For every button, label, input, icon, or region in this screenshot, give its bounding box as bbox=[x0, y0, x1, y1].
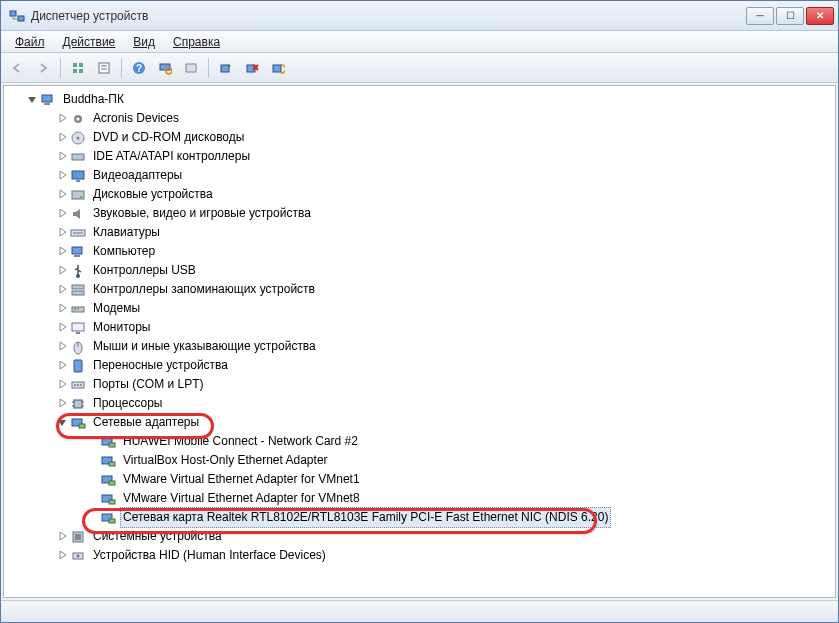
tree-category[interactable]: Мыши и иные указывающие устройства bbox=[8, 337, 835, 356]
menu-view[interactable]: Вид bbox=[125, 33, 163, 51]
category-label: Контроллеры USB bbox=[90, 260, 199, 281]
menu-file[interactable]: Файл bbox=[7, 33, 53, 51]
computer-icon bbox=[40, 92, 56, 108]
port-icon bbox=[70, 377, 86, 393]
tree-panel[interactable]: Buddha-ПКAcronis DevicesDVD и CD-ROM дис… bbox=[3, 85, 836, 598]
tree-category[interactable]: Системные устройства bbox=[8, 527, 835, 546]
expand-icon[interactable] bbox=[56, 550, 68, 562]
expand-icon[interactable] bbox=[56, 132, 68, 144]
toolbar-properties-icon[interactable] bbox=[92, 56, 116, 80]
svg-rect-32 bbox=[72, 247, 82, 254]
svg-point-34 bbox=[76, 274, 80, 278]
expand-icon[interactable] bbox=[56, 227, 68, 239]
category-label: Мониторы bbox=[90, 317, 153, 338]
expand-icon[interactable] bbox=[56, 379, 68, 391]
toolbar-uninstall-icon[interactable] bbox=[240, 56, 264, 80]
category-label: Acronis Devices bbox=[90, 108, 182, 129]
tree-category-network[interactable]: Сетевые адаптеры bbox=[8, 413, 835, 432]
svg-rect-13 bbox=[186, 64, 196, 72]
category-label: Устройства HID (Human Interface Devices) bbox=[90, 545, 329, 566]
svg-point-38 bbox=[74, 308, 76, 310]
expand-icon[interactable] bbox=[26, 94, 38, 106]
tree-category[interactable]: Acronis Devices bbox=[8, 109, 835, 128]
expand-icon[interactable] bbox=[56, 322, 68, 334]
close-button[interactable]: ✕ bbox=[806, 7, 834, 25]
svg-rect-67 bbox=[75, 534, 81, 540]
expand-icon[interactable] bbox=[56, 341, 68, 353]
expand-icon[interactable] bbox=[56, 360, 68, 372]
monitor-icon bbox=[70, 320, 86, 336]
toolbar-scan-icon[interactable] bbox=[153, 56, 177, 80]
window-title: Диспетчер устройств bbox=[31, 9, 746, 23]
tree-category[interactable]: Контроллеры USB bbox=[8, 261, 835, 280]
expand-icon[interactable] bbox=[56, 151, 68, 163]
ide-icon bbox=[70, 149, 86, 165]
toolbar-refresh-icon[interactable] bbox=[266, 56, 290, 80]
device-label: HUAWEI Mobile Connect - Network Card #2 bbox=[120, 431, 361, 452]
expand-icon[interactable] bbox=[56, 113, 68, 125]
expand-icon[interactable] bbox=[56, 189, 68, 201]
category-label: Клавиатуры bbox=[90, 222, 163, 243]
tree-category[interactable]: IDE ATA/ATAPI контроллеры bbox=[8, 147, 835, 166]
toolbar-help-icon[interactable]: ? bbox=[127, 56, 151, 80]
svg-text:?: ? bbox=[136, 63, 142, 74]
forward-button bbox=[31, 56, 55, 80]
maximize-button[interactable]: ☐ bbox=[776, 7, 804, 25]
minimize-button[interactable]: ─ bbox=[746, 7, 774, 25]
expand-icon[interactable] bbox=[56, 265, 68, 277]
tree-device[interactable]: VMware Virtual Ethernet Adapter for VMne… bbox=[8, 470, 835, 489]
network-adapter-icon bbox=[100, 453, 116, 469]
usb-icon bbox=[70, 263, 86, 279]
tree-category[interactable]: Переносные устройства bbox=[8, 356, 835, 375]
tree-category[interactable]: Контроллеры запоминающих устройств bbox=[8, 280, 835, 299]
toolbar-separator bbox=[208, 58, 209, 78]
svg-point-22 bbox=[77, 117, 80, 120]
tree-device[interactable]: VMware Virtual Ethernet Adapter for VMne… bbox=[8, 489, 835, 508]
category-label: Модемы bbox=[90, 298, 143, 319]
svg-rect-25 bbox=[72, 154, 84, 160]
toolbar-show-hidden-icon[interactable] bbox=[179, 56, 203, 80]
svg-rect-61 bbox=[109, 481, 115, 485]
tree-category[interactable]: Порты (COM и LPT) bbox=[8, 375, 835, 394]
expand-icon[interactable] bbox=[56, 398, 68, 410]
network-adapter-icon bbox=[100, 472, 116, 488]
expand-icon[interactable] bbox=[56, 208, 68, 220]
tree-category[interactable]: DVD и CD-ROM дисководы bbox=[8, 128, 835, 147]
toolbar-update-icon[interactable] bbox=[214, 56, 238, 80]
tree-category[interactable]: Клавиатуры bbox=[8, 223, 835, 242]
no-expand bbox=[86, 493, 98, 505]
tree-device[interactable]: VirtualBox Host-Only Ethernet Adapter bbox=[8, 451, 835, 470]
svg-rect-63 bbox=[109, 500, 115, 504]
statusbar bbox=[1, 600, 838, 622]
category-label: Компьютер bbox=[90, 241, 158, 262]
toolbar-grid-icon[interactable] bbox=[66, 56, 90, 80]
svg-rect-28 bbox=[72, 191, 84, 199]
expand-icon[interactable] bbox=[56, 246, 68, 258]
no-expand bbox=[86, 455, 98, 467]
tree-category[interactable]: Звуковые, видео и игровые устройства bbox=[8, 204, 835, 223]
menu-help[interactable]: Справка bbox=[165, 33, 228, 51]
menu-action[interactable]: Действие bbox=[55, 33, 124, 51]
portable-icon bbox=[70, 358, 86, 374]
tree-category[interactable]: Устройства HID (Human Interface Devices) bbox=[8, 546, 835, 565]
tree-category[interactable]: Процессоры bbox=[8, 394, 835, 413]
expand-icon[interactable] bbox=[56, 170, 68, 182]
tree-device[interactable]: HUAWEI Mobile Connect - Network Card #2 bbox=[8, 432, 835, 451]
no-expand bbox=[86, 436, 98, 448]
expand-icon[interactable] bbox=[56, 531, 68, 543]
svg-rect-41 bbox=[76, 332, 80, 334]
expand-icon[interactable] bbox=[56, 284, 68, 296]
tree-category[interactable]: Видеоадаптеры bbox=[8, 166, 835, 185]
expand-icon[interactable] bbox=[56, 303, 68, 315]
tree-root[interactable]: Buddha-ПК bbox=[8, 90, 835, 109]
svg-rect-11 bbox=[160, 64, 170, 70]
category-label: Мыши и иные указывающие устройства bbox=[90, 336, 319, 357]
collapse-icon[interactable] bbox=[56, 417, 68, 429]
svg-rect-33 bbox=[74, 255, 80, 257]
tree-category[interactable]: Компьютер bbox=[8, 242, 835, 261]
tree-category[interactable]: Дисковые устройства bbox=[8, 185, 835, 204]
tree-device[interactable]: Сетевая карта Realtek RTL8102E/RTL8103E … bbox=[8, 508, 835, 527]
tree-category[interactable]: Мониторы bbox=[8, 318, 835, 337]
tree-category[interactable]: Модемы bbox=[8, 299, 835, 318]
sound-icon bbox=[70, 206, 86, 222]
